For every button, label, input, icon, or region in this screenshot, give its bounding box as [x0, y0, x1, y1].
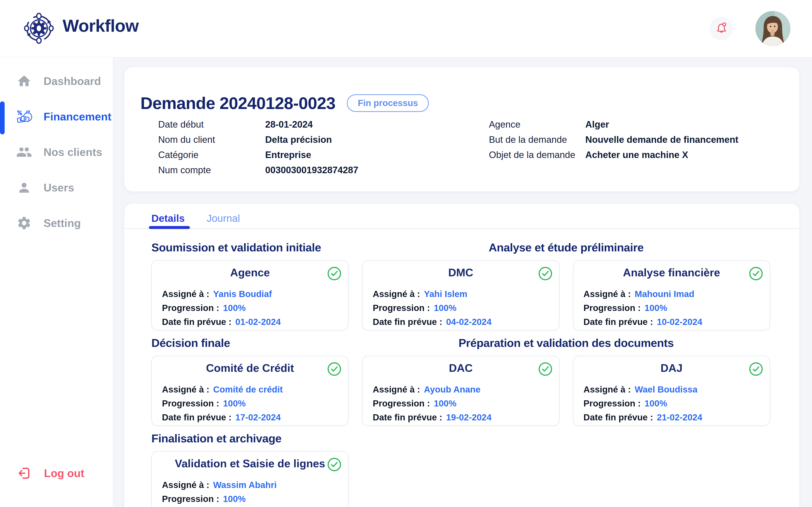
section-title: Préparation et validation des documents: [362, 337, 770, 350]
field-value: Entreprise: [265, 150, 311, 161]
completed-check-icon: [327, 362, 342, 377]
assigned-label: Assigné à :: [373, 384, 420, 394]
sidebar: Dashboard: [0, 57, 113, 507]
progress-label: Progression :: [583, 303, 641, 313]
top-header: Workflow: [0, 0, 812, 57]
progress-value: 100%: [434, 398, 456, 408]
field-row: But de la demande Nouvelle demande de fi…: [489, 132, 739, 148]
app-window: Workflow: [0, 0, 812, 507]
stage-details: Assigné à :Wassim Abahri Progression :10…: [162, 478, 338, 507]
progress-value: 100%: [434, 303, 456, 313]
progress-label: Progression :: [162, 398, 219, 408]
stage-details: Assigné à :Wael Boudissa Progression :10…: [583, 382, 760, 424]
due-label: Date fin prévue :: [583, 412, 653, 422]
completed-check-icon: [538, 362, 553, 377]
user-avatar[interactable]: [755, 11, 791, 46]
sidebar-item-nos-clients[interactable]: Nos clients: [0, 140, 113, 164]
field-value: 003003001932874287: [265, 165, 358, 176]
sidebar-nav: Dashboard: [0, 57, 113, 235]
bell-icon: [714, 21, 728, 36]
main-content: Demande 20240128-0023 Fin processus Date…: [113, 57, 812, 507]
sidebar-item-label: Dashboard: [44, 74, 101, 88]
field-value: Acheter une machine X: [585, 150, 688, 161]
stage-details: Assigné à :Comité de crédit Progression …: [162, 382, 338, 424]
assigned-label: Assigné à :: [583, 384, 631, 394]
user-icon: [16, 180, 32, 195]
field-label: Date début: [158, 119, 265, 130]
workflow-logo-icon: [23, 12, 55, 44]
assigned-value: Ayoub Anane: [424, 384, 480, 394]
request-fields-left: Date début 28-01-2024 Nom du client Delt…: [158, 117, 358, 178]
due-value: 01-02-2024: [235, 317, 281, 327]
progress-label: Progression :: [373, 398, 430, 408]
due-label: Date fin prévue :: [583, 317, 653, 327]
app-title: Workflow: [63, 16, 139, 36]
request-summary-card: Demande 20240128-0023 Fin processus Date…: [124, 67, 799, 191]
sidebar-item-dashboard[interactable]: Dashboard: [0, 69, 113, 93]
field-label: Agence: [489, 119, 585, 130]
stage-card-daj: DAJ Assigné à :Wael Boudissa Progression…: [573, 356, 770, 426]
home-icon: [16, 73, 32, 89]
stage-details: Assigné à :Mahouni Imad Progression :100…: [583, 287, 760, 329]
logout-button[interactable]: Log out: [0, 461, 84, 485]
assigned-label: Assigné à :: [583, 289, 631, 299]
sidebar-item-label: Nos clients: [44, 146, 102, 159]
logout-label: Log out: [44, 467, 84, 480]
assigned-value: Yahi Islem: [424, 289, 467, 299]
stage-details: Assigné à :Yahi Islem Progression :100% …: [373, 287, 549, 329]
status-badge: Fin processus: [347, 94, 429, 112]
due-value: 19-02-2024: [446, 412, 492, 422]
progress-value: 100%: [223, 303, 246, 313]
progress-label: Progression :: [162, 303, 219, 313]
stage-title: DAJ: [583, 361, 760, 375]
stage-title: DMC: [373, 266, 549, 279]
progress-label: Progression :: [583, 398, 641, 408]
details-card: Details Journal Soumission et validation…: [124, 204, 799, 507]
stage-card-dmc: DMC Assigné à :Yahi Islem Progression :1…: [362, 260, 560, 330]
field-label: Num compte: [158, 165, 265, 176]
field-label: But de la demande: [489, 134, 585, 145]
stage-title: Comité de Crédit: [162, 361, 338, 375]
notifications-button[interactable]: [710, 17, 733, 40]
progress-label: Progression :: [373, 303, 430, 313]
stage-title: Analyse financière: [583, 266, 760, 279]
request-fields-right: Agence Alger But de la demande Nouvelle …: [489, 117, 739, 163]
request-header: Demande 20240128-0023 Fin processus: [124, 67, 799, 124]
due-label: Date fin prévue :: [373, 412, 442, 422]
sidebar-item-label: Financement: [44, 110, 111, 123]
assigned-value: Yanis Boudiaf: [213, 289, 272, 299]
due-value: 04-02-2024: [446, 317, 492, 327]
tab-details[interactable]: Details: [151, 204, 185, 228]
field-value: Alger: [585, 119, 609, 130]
due-value: 17-02-2024: [235, 412, 281, 422]
tab-bar: Details Journal: [124, 204, 799, 229]
stage-card-comite-de-credit: Comité de Crédit Assigné à :Comité de cr…: [151, 356, 349, 426]
field-label: Nom du client: [158, 134, 265, 145]
section-heading-row: Soumission et validation initiale Analys…: [151, 238, 770, 257]
active-item-indicator: [0, 101, 5, 134]
assigned-label: Assigné à :: [162, 384, 209, 394]
section-heading-row: Finalisation et archivage: [151, 429, 770, 448]
due-value: 21-02-2024: [657, 412, 702, 422]
sidebar-item-users[interactable]: Users: [0, 176, 113, 200]
active-tab-underline: [149, 226, 190, 229]
money-bag-icon: [16, 109, 32, 125]
field-row: Agence Alger: [489, 117, 739, 132]
due-label: Date fin prévue :: [162, 412, 232, 422]
progress-value: 100%: [223, 398, 246, 408]
stage-title: Agence: [162, 266, 338, 279]
stage-card-validation-saisie: Validation et Saisie de lignes Assigné à…: [151, 451, 349, 507]
field-value: Nouvelle demande de financement: [585, 134, 739, 145]
field-label: Catégorie: [158, 150, 265, 161]
sidebar-item-financement[interactable]: Financement: [0, 105, 113, 128]
sidebar-item-setting[interactable]: Setting: [0, 211, 113, 235]
section-title: Décision finale: [151, 337, 349, 350]
stages-grid: Soumission et validation initiale Analys…: [151, 238, 770, 507]
field-value: 28-01-2024: [265, 119, 313, 130]
assigned-value: Wassim Abahri: [213, 480, 276, 490]
field-value: Delta précision: [265, 134, 332, 145]
tab-journal[interactable]: Journal: [207, 204, 240, 228]
stage-details: Assigné à :Ayoub Anane Progression :100%…: [373, 382, 549, 424]
field-row: Num compte 003003001932874287: [158, 163, 358, 178]
assigned-label: Assigné à :: [162, 480, 209, 490]
